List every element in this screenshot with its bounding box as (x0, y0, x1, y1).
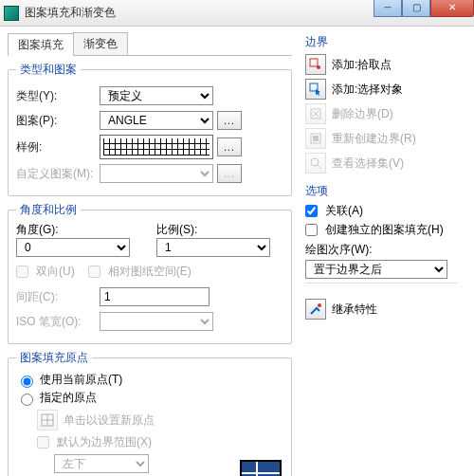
tab-bar: 图案填充 渐变色 (8, 32, 292, 56)
delete-icon (305, 103, 326, 124)
pattern-swatch[interactable] (100, 135, 213, 159)
scale-select[interactable]: 1 (156, 238, 270, 257)
group-angle-scale: 角度和比例 角度(G): 0 比例(S): 1 双向(U) 相对图纸空间(E) … (8, 202, 292, 344)
tab-gradient[interactable]: 渐变色 (73, 32, 128, 55)
swatch-browse-button[interactable]: ... (217, 137, 242, 156)
type-select[interactable]: 预定义 (100, 86, 213, 105)
maximize-button[interactable]: ▢ (402, 0, 430, 17)
minimize-button[interactable]: ─ (374, 0, 402, 17)
pattern-browse-button[interactable]: ... (217, 111, 242, 130)
recreate-boundary-button: 重新创建边界(R) (305, 128, 457, 149)
legend-origin: 图案填充原点 (16, 350, 92, 366)
custom-browse-button: ... (217, 164, 242, 183)
pattern-select[interactable]: ANGLE (100, 111, 213, 130)
tab-fill[interactable]: 图案填充 (8, 33, 74, 56)
spacing-input[interactable] (100, 287, 210, 306)
legend-type: 类型和图案 (16, 62, 81, 78)
add-pick-button[interactable]: 添加:拾取点 (305, 54, 457, 75)
origin-preview-icon (240, 460, 282, 476)
corner-select: 左下 (54, 454, 149, 473)
magnifier-icon (305, 153, 326, 174)
group-type-pattern: 类型和图案 类型(Y): 预定义 图案(P): ANGLE ... 样例: ..… (8, 62, 292, 196)
custom-pattern-label: 自定义图案(M): (16, 166, 100, 182)
app-icon (4, 6, 19, 21)
bidir-checkbox-row: 双向(U) (16, 264, 75, 280)
view-selection-button: 查看选择集(V) (305, 153, 457, 174)
set-origin-icon (37, 410, 58, 430)
boundary-header: 边界 (305, 34, 457, 50)
pick-point-icon (305, 54, 326, 75)
scale-label: 比例(S): (156, 222, 283, 238)
window-buttons: ─ ▢ ✕ (374, 0, 474, 17)
paperspace-checkbox-row: 相对图纸空间(E) (88, 264, 191, 280)
pattern-label: 图案(P): (16, 113, 100, 129)
draworder-select[interactable]: 置于边界之后 (305, 260, 447, 279)
recreate-icon (305, 128, 326, 149)
bidir-checkbox (16, 265, 28, 278)
group-origin: 图案填充原点 使用当前原点(T) 指定的原点 单击以设置新原点 默认为边界范围(… (8, 350, 292, 476)
extent-checkbox (37, 436, 49, 449)
radio-current-origin[interactable]: 使用当前原点(T) (16, 372, 283, 388)
select-object-icon (305, 79, 326, 100)
svg-point-8 (318, 303, 321, 307)
inherit-icon (305, 299, 326, 320)
angle-select[interactable]: 0 (16, 238, 130, 257)
paperspace-checkbox (88, 265, 100, 278)
type-label: 类型(Y): (16, 88, 100, 104)
assoc-checkbox[interactable] (305, 205, 318, 217)
delete-boundary-button: 删除边界(D) (305, 103, 457, 124)
svg-point-7 (311, 158, 319, 166)
title-bar: 图案填充和渐变色 ─ ▢ ✕ (0, 0, 474, 27)
iso-label: ISO 笔宽(O): (16, 314, 100, 330)
iso-select (100, 312, 213, 331)
spacing-label: 间距(C): (16, 289, 100, 305)
angle-label: 角度(G): (16, 222, 143, 238)
set-origin-label: 单击以设置新原点 (64, 412, 155, 429)
svg-rect-6 (313, 136, 319, 141)
svg-rect-1 (310, 59, 318, 66)
draworder-label: 绘图次序(W): (305, 242, 457, 258)
custom-pattern-select (100, 164, 213, 183)
inherit-button[interactable]: 继承特性 (305, 299, 457, 320)
close-button[interactable]: ✕ (430, 0, 474, 17)
assoc-checkbox-row[interactable]: 关联(A) (305, 203, 457, 219)
indep-checkbox-row[interactable]: 创建独立的图案填充(H) (305, 222, 457, 238)
options-header: 选项 (305, 183, 457, 199)
svg-point-2 (317, 65, 320, 69)
legend-scale: 角度和比例 (16, 202, 81, 218)
indep-checkbox[interactable] (305, 224, 318, 236)
swatch-label: 样例: (16, 139, 100, 156)
radio-specified-origin[interactable]: 指定的原点 (16, 390, 283, 406)
add-select-button[interactable]: 添加:选择对象 (305, 79, 457, 100)
extent-checkbox-row: 默认为边界范围(X) (37, 434, 283, 450)
